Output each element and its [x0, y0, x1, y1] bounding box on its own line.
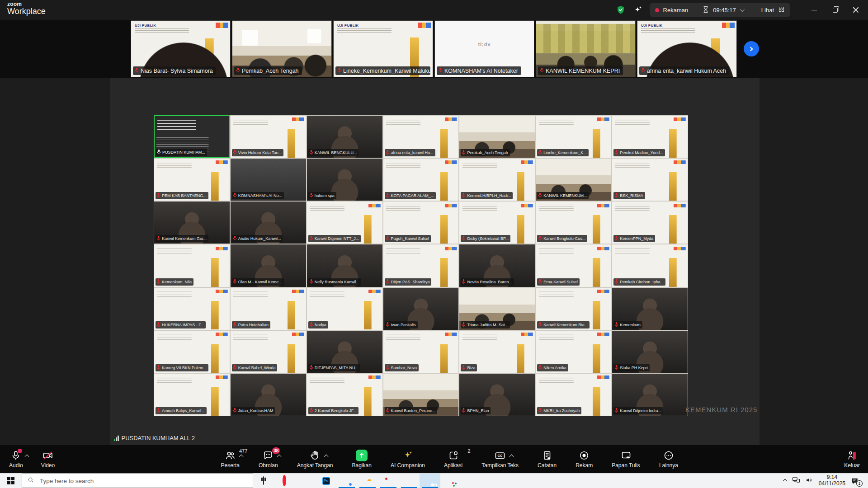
grid-tile-kanwil-kemenkum-ria: Kanwil Kemenkum Ria...: [535, 287, 612, 330]
grid-name-tag: BSK_RISMA: [613, 192, 645, 199]
muted-mic-icon: [641, 67, 645, 74]
timer-chevron-icon[interactable]: [740, 7, 745, 12]
toolbar-ai-companion[interactable]: AI Companion: [391, 450, 425, 469]
filmstrip-tile-lineke-kemenkum-kanwil-maluku[interactable]: UJI PUBLIKLineke_Kemenkum_Kanwil Maluku: [333, 20, 433, 77]
participant-name-tag: Lineke_Kemenkum_Kanwil Maluku: [335, 66, 430, 75]
filmstrip-tile-kanwil-kemenkum-kepri[interactable]: KANWIL KEMENKUM KEPRI: [536, 20, 636, 77]
system-tray: 9:14 04/11/2025 1: [783, 474, 868, 488]
recording-label[interactable]: Rekaman: [663, 7, 689, 14]
search-icon: [28, 477, 34, 485]
taskbar-app-firefox[interactable]: [399, 474, 420, 488]
filmstrip-tiles: UJI PUBLIKNias Barat- Sylvia SimamoraPem…: [131, 20, 737, 77]
muted-mic-icon: [337, 67, 341, 74]
participant-grid: PUSDATIN KUMHAM...Vivin Hukum-Kota Tan..…: [154, 115, 688, 416]
filmstrip-tile-pemkab-aceh-tengah[interactable]: Pemkab_Aceh Tengah: [232, 20, 332, 77]
toolbar-tampilkan-teks[interactable]: CCTampilkan Teks: [481, 450, 519, 469]
filmstrip-tile-afrina-erita-kanwil-hukum-aceh[interactable]: UJI PUBLIKafrina erita_kanwil Hukum Aceh: [637, 20, 737, 77]
restore-button[interactable]: [825, 0, 845, 20]
muted-mic-icon: [614, 322, 618, 328]
taskbar-clock[interactable]: 9:14 04/11/2025: [819, 474, 845, 487]
close-button[interactable]: [845, 0, 866, 20]
security-shield-icon[interactable]: [615, 5, 626, 15]
grid-name-tag: Nadya: [308, 321, 328, 328]
toolbar-catatan[interactable]: Catatan: [538, 450, 557, 469]
muted-mic-icon: [309, 235, 313, 242]
chevron-up-icon[interactable]: [240, 453, 243, 460]
taskbar-app-media-app[interactable]: [378, 474, 399, 488]
toolbar-item-label: Obrolan: [259, 462, 278, 469]
taskbar-app-task-view[interactable]: [253, 474, 274, 488]
notification-badge: 1: [856, 480, 863, 487]
toolbar-audio[interactable]: Audio: [9, 450, 23, 469]
grid-name-tag: Kanwil Ditjenim Indra...: [613, 407, 663, 414]
muted-mic-icon: [386, 192, 390, 199]
filmstrip-tile-nias-barat-sylvia-simamora[interactable]: UJI PUBLIKNias Barat- Sylvia Simamora: [131, 20, 231, 77]
view-grid-icon[interactable]: [778, 6, 785, 14]
windows-logo-icon: [7, 477, 14, 484]
grid-name-tag: Erna-Kanwil Sulsel: [537, 278, 580, 286]
chevron-up-icon[interactable]: [278, 453, 281, 460]
toolbar-obrolan[interactable]: 38Obrolan: [259, 450, 278, 469]
grid-tile-novita-rosalina-baren: Novita Rosalina_Baren...: [459, 244, 535, 287]
grid-tile-jidan-kontrasham: Jidan_KontrasHAM: [230, 373, 307, 416]
taskbar-app-edge[interactable]: [295, 474, 316, 488]
toolbar-rekam[interactable]: Rekam: [576, 450, 593, 469]
toolbar-video[interactable]: Video: [41, 450, 55, 469]
grid-name-tag: KemenPPN_Myda: [613, 235, 655, 242]
minimize-button[interactable]: [804, 0, 825, 20]
hidden-icons-chevron-icon[interactable]: [783, 479, 787, 483]
grid-name-tag: Triana Juditta M- Sat...: [461, 321, 510, 328]
toolbar-keluar[interactable]: Keluar: [844, 450, 860, 469]
hand-icon: [310, 450, 321, 461]
chevron-up-icon[interactable]: [25, 453, 28, 460]
action-center-button[interactable]: 1: [851, 477, 859, 485]
muted-mic-icon: [233, 322, 237, 328]
chevron-up-icon[interactable]: [325, 453, 328, 460]
volume-icon[interactable]: [806, 477, 813, 485]
grid-tile-dicky-sekretariat-bp: Dicky (Sekretariat BP...: [459, 201, 535, 244]
chat-icon: 38: [263, 450, 274, 461]
count-label: 2: [467, 448, 470, 454]
muted-mic-icon: [156, 365, 160, 371]
taskbar-app-chrome[interactable]: [336, 474, 357, 488]
filmstrip-next-button[interactable]: [744, 41, 759, 56]
search-input[interactable]: [39, 477, 229, 485]
zoom-workplace-logo: zoom Workplace: [7, 1, 46, 15]
taskbar-app-photoshop[interactable]: Ps: [316, 474, 336, 488]
grid-tile-pusdatin-kumham: PUSDATIN KUMHAM...: [154, 115, 230, 158]
grid-name-tag: Kanwil Bengkulu-Cus...: [537, 235, 587, 242]
taskbar-app-paint[interactable]: [440, 474, 461, 488]
toolbar-papan-tulis[interactable]: Papan Tulis: [612, 450, 640, 469]
grid-tile-kota-pagar-alam: KOTA PAGAR ALAM_...: [383, 158, 459, 201]
grid-name-tag: afrina erita_kanwil Hu...: [385, 149, 435, 156]
taskbar-app-file-explorer[interactable]: [357, 474, 378, 488]
muted-mic-icon: [386, 150, 390, 156]
toolbar-bagikan[interactable]: Bagikan: [352, 450, 372, 469]
meeting-toolbar: AudioVideo 477Peserta38ObrolanAngkat Tan…: [0, 445, 868, 473]
shared-screen[interactable]: PUSDATIN KUMHAM...Vivin Hukum-Kota Tan..…: [110, 78, 760, 445]
taskbar-search[interactable]: [22, 474, 253, 488]
grid-tile-iwan-paskalis: Iwan Paskalis: [383, 287, 459, 330]
grid-name-tag: Kanwil Kemenkum Gor...: [156, 235, 208, 242]
participant-name-tag: afrina erita_kanwil Hukum Aceh: [639, 66, 729, 75]
network-icon[interactable]: [792, 476, 800, 485]
muted-mic-icon: [386, 279, 390, 285]
muted-mic-icon: [462, 365, 466, 371]
ai-companion-sparkle-icon[interactable]: [632, 5, 643, 15]
start-button[interactable]: [0, 474, 22, 488]
view-label[interactable]: Lihat: [761, 7, 774, 14]
meeting-timer: 09:45:17: [713, 7, 736, 14]
taskbar-app-opera[interactable]: [274, 474, 295, 488]
grid-tile-amirah-balqis-kanwil: Amirah Balqis_Kanwil...: [154, 373, 230, 416]
grid-name-tag: Iwan Paskalis: [385, 321, 418, 328]
toolbar-peserta[interactable]: 477Peserta: [221, 450, 240, 469]
toolbar-angkat-tangan[interactable]: Angkat Tangan: [297, 450, 333, 469]
filmstrip-tile-komnasham-s-ai-notetaker[interactable]: tl;dvKOMNASHAM's AI Notetaker: [434, 20, 534, 77]
toolbar-aplikasi[interactable]: 2Aplikasi: [444, 450, 462, 469]
muted-mic-icon: [309, 150, 313, 156]
toolbar-item-label: Peserta: [221, 462, 240, 469]
toolbar-lainnya[interactable]: Lainnya: [659, 450, 678, 469]
chevron-up-icon[interactable]: [510, 453, 513, 460]
taskbar-app-zoom[interactable]: [420, 474, 440, 488]
grid-name-tag: Dicky (Sekretariat BP...: [461, 235, 510, 242]
